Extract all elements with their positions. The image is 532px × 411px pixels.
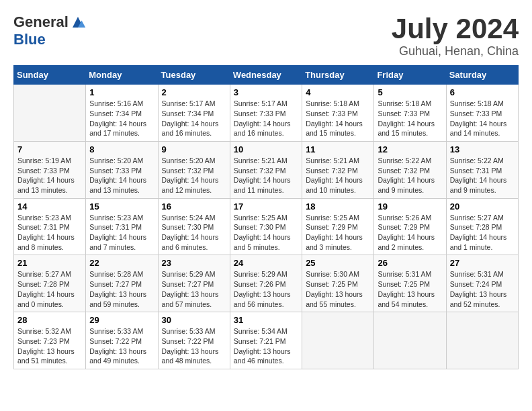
day-info: Sunrise: 5:27 AM Sunset: 7:28 PM Dayligh… [17,269,82,309]
month-title: July 2024 [392,13,519,44]
header-tuesday: Tuesday [158,66,230,85]
day-info: Sunrise: 5:29 AM Sunset: 7:27 PM Dayligh… [162,269,226,309]
calendar-cell: 25 Sunrise: 5:30 AM Sunset: 7:25 PM Dayl… [302,255,374,312]
day-number: 1 [89,87,154,97]
calendar-cell: 8 Sunrise: 5:20 AM Sunset: 7:33 PM Dayli… [86,141,158,198]
day-number: 23 [162,258,226,268]
header-wednesday: Wednesday [230,66,302,85]
day-number: 12 [378,144,442,154]
calendar-cell: 6 Sunrise: 5:18 AM Sunset: 7:33 PM Dayli… [446,85,518,142]
logo: General Blue [13,13,86,48]
day-number: 26 [378,258,442,268]
header-friday: Friday [374,66,446,85]
day-info: Sunrise: 5:30 AM Sunset: 7:25 PM Dayligh… [306,269,370,309]
day-number: 7 [17,144,82,154]
calendar-table: SundayMondayTuesdayWednesdayThursdayFrid… [13,65,519,369]
calendar-header-row: SundayMondayTuesdayWednesdayThursdayFrid… [14,66,519,85]
day-number: 27 [450,258,515,268]
day-number: 15 [89,201,154,212]
day-number: 10 [234,144,298,154]
day-info: Sunrise: 5:17 AM Sunset: 7:34 PM Dayligh… [162,99,226,138]
calendar-cell: 5 Sunrise: 5:18 AM Sunset: 7:33 PM Dayli… [374,85,446,142]
calendar-cell: 21 Sunrise: 5:27 AM Sunset: 7:28 PM Dayl… [14,255,86,312]
calendar-cell: 7 Sunrise: 5:19 AM Sunset: 7:33 PM Dayli… [14,141,86,198]
day-info: Sunrise: 5:19 AM Sunset: 7:33 PM Dayligh… [17,156,82,195]
calendar-week-3: 14 Sunrise: 5:23 AM Sunset: 7:31 PM Dayl… [14,198,519,255]
day-info: Sunrise: 5:23 AM Sunset: 7:31 PM Dayligh… [17,213,82,253]
day-info: Sunrise: 5:18 AM Sunset: 7:33 PM Dayligh… [378,99,442,138]
day-number: 29 [89,315,154,325]
day-number: 8 [89,144,154,154]
calendar-cell: 23 Sunrise: 5:29 AM Sunset: 7:27 PM Dayl… [158,255,230,312]
day-info: Sunrise: 5:20 AM Sunset: 7:33 PM Dayligh… [89,156,154,195]
day-info: Sunrise: 5:28 AM Sunset: 7:27 PM Dayligh… [89,269,154,309]
calendar-cell [14,85,86,142]
day-number: 30 [162,315,226,325]
logo-icon [70,14,86,30]
day-number: 22 [89,258,154,268]
day-number: 5 [378,87,442,97]
calendar-cell: 28 Sunrise: 5:32 AM Sunset: 7:23 PM Dayl… [14,312,86,369]
day-info: Sunrise: 5:31 AM Sunset: 7:25 PM Dayligh… [378,269,442,309]
calendar-week-4: 21 Sunrise: 5:27 AM Sunset: 7:28 PM Dayl… [14,255,519,312]
calendar-cell: 15 Sunrise: 5:23 AM Sunset: 7:31 PM Dayl… [86,198,158,255]
day-info: Sunrise: 5:33 AM Sunset: 7:22 PM Dayligh… [89,326,154,366]
calendar-cell [302,312,374,369]
logo-general: General [13,13,69,31]
calendar-cell: 22 Sunrise: 5:28 AM Sunset: 7:27 PM Dayl… [86,255,158,312]
calendar-cell: 27 Sunrise: 5:31 AM Sunset: 7:24 PM Dayl… [446,255,518,312]
calendar-cell [446,312,518,369]
day-number: 3 [234,87,298,97]
calendar-cell: 26 Sunrise: 5:31 AM Sunset: 7:25 PM Dayl… [374,255,446,312]
day-number: 16 [162,201,226,212]
calendar-cell: 12 Sunrise: 5:22 AM Sunset: 7:32 PM Dayl… [374,141,446,198]
day-info: Sunrise: 5:31 AM Sunset: 7:24 PM Dayligh… [450,269,515,309]
day-number: 13 [450,144,515,154]
calendar-cell: 31 Sunrise: 5:34 AM Sunset: 7:21 PM Dayl… [230,312,302,369]
day-info: Sunrise: 5:24 AM Sunset: 7:30 PM Dayligh… [162,213,226,253]
calendar-cell: 29 Sunrise: 5:33 AM Sunset: 7:22 PM Dayl… [86,312,158,369]
day-info: Sunrise: 5:21 AM Sunset: 7:32 PM Dayligh… [234,156,298,195]
header-thursday: Thursday [302,66,374,85]
day-number: 21 [17,258,82,268]
calendar-cell: 18 Sunrise: 5:25 AM Sunset: 7:29 PM Dayl… [302,198,374,255]
day-info: Sunrise: 5:16 AM Sunset: 7:34 PM Dayligh… [89,99,154,138]
calendar-cell: 13 Sunrise: 5:22 AM Sunset: 7:31 PM Dayl… [446,141,518,198]
day-info: Sunrise: 5:17 AM Sunset: 7:33 PM Dayligh… [234,99,298,138]
day-number: 9 [162,144,226,154]
calendar-cell: 1 Sunrise: 5:16 AM Sunset: 7:34 PM Dayli… [86,85,158,142]
day-number: 24 [234,258,298,268]
calendar-week-2: 7 Sunrise: 5:19 AM Sunset: 7:33 PM Dayli… [14,141,519,198]
header-saturday: Saturday [446,66,518,85]
calendar-cell: 3 Sunrise: 5:17 AM Sunset: 7:33 PM Dayli… [230,85,302,142]
day-info: Sunrise: 5:18 AM Sunset: 7:33 PM Dayligh… [450,99,515,138]
day-info: Sunrise: 5:25 AM Sunset: 7:29 PM Dayligh… [306,213,370,253]
location: Guhuai, Henan, China [392,44,519,58]
day-info: Sunrise: 5:22 AM Sunset: 7:31 PM Dayligh… [450,156,515,195]
calendar-cell: 11 Sunrise: 5:21 AM Sunset: 7:32 PM Dayl… [302,141,374,198]
day-info: Sunrise: 5:22 AM Sunset: 7:32 PM Dayligh… [378,156,442,195]
calendar-cell: 20 Sunrise: 5:27 AM Sunset: 7:28 PM Dayl… [446,198,518,255]
day-number: 17 [234,201,298,212]
calendar-cell: 14 Sunrise: 5:23 AM Sunset: 7:31 PM Dayl… [14,198,86,255]
calendar-cell: 10 Sunrise: 5:21 AM Sunset: 7:32 PM Dayl… [230,141,302,198]
title-section: July 2024 Guhuai, Henan, China [392,13,519,58]
calendar-cell: 4 Sunrise: 5:18 AM Sunset: 7:33 PM Dayli… [302,85,374,142]
day-number: 6 [450,87,515,97]
day-number: 11 [306,144,370,154]
calendar-week-5: 28 Sunrise: 5:32 AM Sunset: 7:23 PM Dayl… [14,312,519,369]
day-number: 14 [17,201,82,212]
calendar-week-1: 1 Sunrise: 5:16 AM Sunset: 7:34 PM Dayli… [14,85,519,142]
day-info: Sunrise: 5:25 AM Sunset: 7:30 PM Dayligh… [234,213,298,253]
day-info: Sunrise: 5:21 AM Sunset: 7:32 PM Dayligh… [306,156,370,195]
day-number: 2 [162,87,226,97]
day-number: 31 [234,315,298,325]
header-monday: Monday [86,66,158,85]
header-sunday: Sunday [14,66,86,85]
day-number: 25 [306,258,370,268]
day-info: Sunrise: 5:34 AM Sunset: 7:21 PM Dayligh… [234,326,298,366]
day-info: Sunrise: 5:27 AM Sunset: 7:28 PM Dayligh… [450,213,515,253]
day-info: Sunrise: 5:29 AM Sunset: 7:26 PM Dayligh… [234,269,298,309]
calendar-cell: 2 Sunrise: 5:17 AM Sunset: 7:34 PM Dayli… [158,85,230,142]
day-number: 19 [378,201,442,212]
